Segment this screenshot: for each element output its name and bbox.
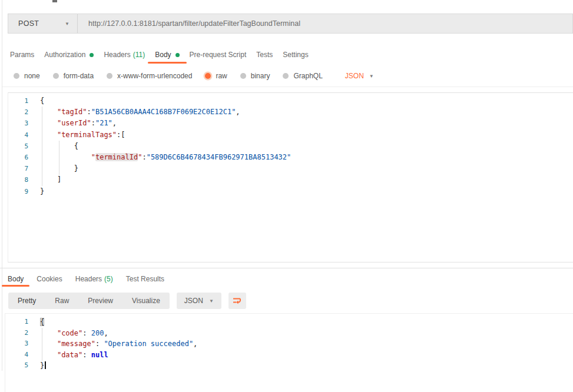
body-mode-graphql[interactable]: GraphQL bbox=[283, 72, 322, 80]
response-tab-headers[interactable]: Headers(5) bbox=[75, 275, 113, 283]
active-tab-underline bbox=[2, 285, 29, 287]
window-edge-line bbox=[2, 0, 2, 371]
request-tab-headers[interactable]: Headers(11) bbox=[104, 51, 145, 59]
line-number: 6 bbox=[8, 152, 28, 163]
radio-icon bbox=[240, 73, 246, 79]
body-mode-form-data[interactable]: form-data bbox=[53, 72, 94, 80]
request-body-editor[interactable]: 1{2 "tagId":"B51A56CB0AAA4C168B7F069E2C0… bbox=[8, 92, 573, 263]
code-text: "tagId":"B51A56CB0AAA4C168B7F069E2C0E12C… bbox=[40, 107, 240, 118]
response-toolbar: PrettyRawPreviewVisualize JSON ▼ bbox=[8, 293, 246, 309]
code-text: "userId":"21", bbox=[40, 118, 117, 129]
view-mode-preview[interactable]: Preview bbox=[78, 293, 122, 309]
tab-label: Tests bbox=[256, 51, 273, 59]
code-text: ] bbox=[40, 174, 61, 185]
code-line[interactable]: 1{ bbox=[5, 317, 573, 328]
response-tab-body[interactable]: Body bbox=[8, 275, 24, 283]
line-number: 5 bbox=[8, 141, 28, 152]
body-mode-label: raw bbox=[216, 72, 227, 80]
code-line[interactable]: 5} bbox=[5, 360, 573, 371]
indent-guide bbox=[59, 141, 59, 175]
request-tab-params[interactable]: Params bbox=[10, 51, 34, 59]
body-mode-binary[interactable]: binary bbox=[240, 72, 270, 80]
code-line[interactable]: 2 "code": 200, bbox=[5, 328, 573, 339]
wrap-text-button[interactable] bbox=[228, 293, 246, 309]
line-number: 3 bbox=[5, 338, 28, 350]
response-language-label: JSON bbox=[184, 297, 203, 305]
tab-label: Body bbox=[155, 51, 171, 59]
code-line[interactable]: 3 "userId":"21", bbox=[8, 118, 573, 129]
code-text: { bbox=[40, 95, 44, 107]
tab-label: Settings bbox=[283, 51, 308, 59]
code-text: } bbox=[40, 360, 46, 371]
request-tab-pre-request-script[interactable]: Pre-request Script bbox=[190, 51, 247, 59]
code-line[interactable]: 1{ bbox=[8, 95, 573, 107]
indent-guide bbox=[42, 107, 42, 186]
view-mode-visualize[interactable]: Visualize bbox=[122, 293, 170, 309]
request-tab-body[interactable]: Body bbox=[155, 51, 179, 59]
tab-label: Cookies bbox=[37, 275, 62, 283]
chevron-down-icon: ▼ bbox=[65, 21, 69, 26]
tab-label: Headers bbox=[75, 275, 102, 283]
green-dot-icon bbox=[175, 53, 180, 57]
request-language-label: JSON bbox=[345, 72, 364, 80]
green-dot-icon bbox=[90, 53, 94, 57]
response-language-dropdown[interactable]: JSON ▼ bbox=[177, 293, 221, 309]
postman-window: POST ▼ ParamsAuthorizationHeaders(11)Bod… bbox=[0, 0, 573, 392]
line-number: 2 bbox=[5, 328, 28, 339]
code-line[interactable]: 4 "terminalTags":[ bbox=[8, 129, 573, 141]
line-number: 1 bbox=[8, 95, 28, 107]
request-tab-settings[interactable]: Settings bbox=[283, 51, 308, 59]
response-tab-test-results[interactable]: Test Results bbox=[126, 275, 164, 283]
body-mode-row: noneform-datax-www-form-urlencodedrawbin… bbox=[14, 69, 374, 83]
method-dropdown[interactable]: POST ▼ bbox=[8, 14, 78, 33]
response-body-editor[interactable]: 1{2 "code": 200,3 "message": "Operation … bbox=[5, 313, 573, 392]
view-mode-pretty[interactable]: Pretty bbox=[8, 293, 45, 309]
tab-label: Authorization bbox=[44, 51, 85, 59]
view-mode-raw[interactable]: Raw bbox=[45, 293, 78, 309]
response-divider bbox=[0, 268, 573, 268]
divider bbox=[2, 87, 573, 87]
body-mode-raw[interactable]: raw bbox=[205, 72, 227, 80]
chevron-down-icon: ▼ bbox=[369, 74, 374, 79]
indent-guide bbox=[42, 328, 42, 361]
code-text: "terminalTags":[ bbox=[40, 129, 125, 141]
tab-label: Body bbox=[8, 275, 24, 283]
active-tab-underline bbox=[148, 62, 186, 64]
request-tab-authorization[interactable]: Authorization bbox=[44, 51, 94, 59]
code-line[interactable]: 4 "data": null bbox=[5, 350, 573, 361]
radio-icon bbox=[283, 73, 289, 79]
code-line[interactable]: 7 } bbox=[8, 163, 573, 174]
code-text: "message": "Operation succeeded", bbox=[40, 338, 197, 350]
code-line[interactable]: 2 "tagId":"B51A56CB0AAA4C168B7F069E2C0E1… bbox=[8, 107, 573, 118]
radio-icon bbox=[107, 73, 112, 79]
body-mode-none[interactable]: none bbox=[14, 72, 40, 80]
tab-label: Test Results bbox=[126, 275, 164, 283]
text-cursor bbox=[45, 361, 46, 369]
code-line[interactable]: 6 "terminalId":"589D6C6B4678434FB962971B… bbox=[8, 152, 573, 163]
radio-icon bbox=[53, 73, 59, 79]
url-input[interactable] bbox=[78, 14, 572, 33]
response-tabs: BodyCookiesHeaders(5)Test Results bbox=[8, 273, 164, 285]
tab-label: Pre-request Script bbox=[190, 51, 247, 59]
body-mode-x-www-form-urlencoded[interactable]: x-www-form-urlencoded bbox=[107, 72, 192, 80]
tab-count-badge: (11) bbox=[133, 51, 145, 59]
code-line[interactable]: 5 { bbox=[8, 141, 573, 152]
line-number: 1 bbox=[5, 317, 28, 328]
body-mode-label: form-data bbox=[64, 72, 94, 80]
line-number: 4 bbox=[5, 350, 28, 361]
response-tab-cookies[interactable]: Cookies bbox=[37, 275, 62, 283]
code-text: } bbox=[40, 186, 44, 197]
code-line[interactable]: 8 ] bbox=[8, 174, 573, 185]
line-number: 7 bbox=[8, 163, 28, 174]
radio-selected-icon bbox=[205, 73, 211, 79]
body-mode-label: GraphQL bbox=[293, 72, 322, 80]
code-line[interactable]: 9} bbox=[8, 186, 573, 197]
request-tab-tests[interactable]: Tests bbox=[256, 51, 273, 59]
code-text: { bbox=[40, 317, 44, 328]
clipped-tab-text bbox=[52, 0, 57, 2]
request-language-dropdown[interactable]: JSON▼ bbox=[345, 72, 374, 80]
line-number: 9 bbox=[8, 186, 28, 197]
code-line[interactable]: 3 "message": "Operation succeeded", bbox=[5, 338, 573, 350]
tab-label: Headers bbox=[104, 51, 130, 59]
request-tabs: ParamsAuthorizationHeaders(11)BodyPre-re… bbox=[10, 48, 309, 61]
